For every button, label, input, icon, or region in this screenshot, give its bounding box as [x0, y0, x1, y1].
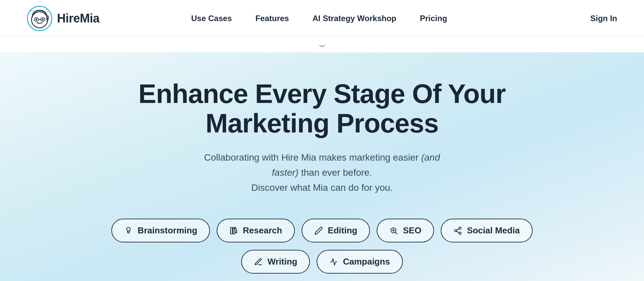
bulb-icon	[124, 226, 133, 235]
signin-button[interactable]: Sign In	[590, 14, 617, 23]
nav-ai-strategy[interactable]: AI Strategy Workshop	[312, 14, 396, 23]
pills-row-2: Writing Campaigns	[241, 250, 402, 274]
pencil-icon	[314, 226, 323, 235]
nav-pricing[interactable]: Pricing	[420, 14, 447, 23]
books-icon	[229, 226, 238, 235]
hero-title: Enhance Every Stage Of Your Marketing Pr…	[87, 79, 557, 138]
pill-research-label: Research	[243, 225, 282, 236]
chevron-down-icon: ⌄	[316, 40, 328, 49]
pill-brainstorming[interactable]: Brainstorming	[111, 219, 210, 242]
logo-icon: ✦ ✦	[27, 6, 52, 31]
hero-subtitle-normal: Collaborating with Hire Mia makes market…	[204, 152, 421, 163]
svg-rect-10	[230, 227, 232, 234]
share-icon	[453, 226, 462, 235]
pill-editing[interactable]: Editing	[302, 219, 370, 242]
pill-writing[interactable]: Writing	[241, 250, 310, 274]
navbar: ✦ ✦ HireMia Use Cases Feat	[0, 0, 644, 37]
pill-campaigns[interactable]: Campaigns	[317, 250, 402, 274]
seo-icon	[389, 226, 398, 235]
chevron-divider: ⌄	[0, 37, 644, 52]
pen-icon	[254, 258, 263, 266]
pills-row-1: Brainstorming Research Editing	[111, 219, 532, 242]
svg-text:✦: ✦	[46, 8, 48, 11]
nav-links: Use Cases Features AI Strategy Workshop …	[171, 14, 447, 23]
svg-point-8	[127, 227, 130, 231]
svg-point-6	[36, 18, 37, 20]
svg-line-13	[395, 232, 397, 234]
svg-text:✦: ✦	[30, 9, 32, 12]
pill-editing-label: Editing	[328, 225, 357, 236]
hero-section: Enhance Every Stage Of Your Marketing Pr…	[0, 52, 644, 281]
svg-point-7	[42, 18, 44, 20]
nav-features[interactable]: Features	[255, 14, 289, 23]
pill-social-media[interactable]: Social Media	[441, 219, 533, 242]
pill-social-media-label: Social Media	[467, 225, 520, 236]
pill-research[interactable]: Research	[217, 219, 295, 242]
pill-writing-label: Writing	[267, 257, 297, 267]
campaigns-icon	[329, 258, 338, 266]
logo[interactable]: ✦ ✦ HireMia	[27, 6, 100, 31]
pill-seo[interactable]: SEO	[377, 219, 434, 242]
pill-seo-label: SEO	[403, 225, 421, 236]
svg-line-20	[457, 229, 459, 230]
nav-use-cases[interactable]: Use Cases	[191, 14, 232, 23]
hero-subtitle: Collaborating with Hire Mia makes market…	[195, 150, 449, 195]
pill-campaigns-label: Campaigns	[343, 257, 390, 267]
brand-name: HireMia	[57, 11, 100, 25]
pill-brainstorming-label: Brainstorming	[138, 225, 197, 236]
logo-svg: ✦ ✦	[28, 7, 51, 30]
svg-line-19	[457, 231, 459, 233]
